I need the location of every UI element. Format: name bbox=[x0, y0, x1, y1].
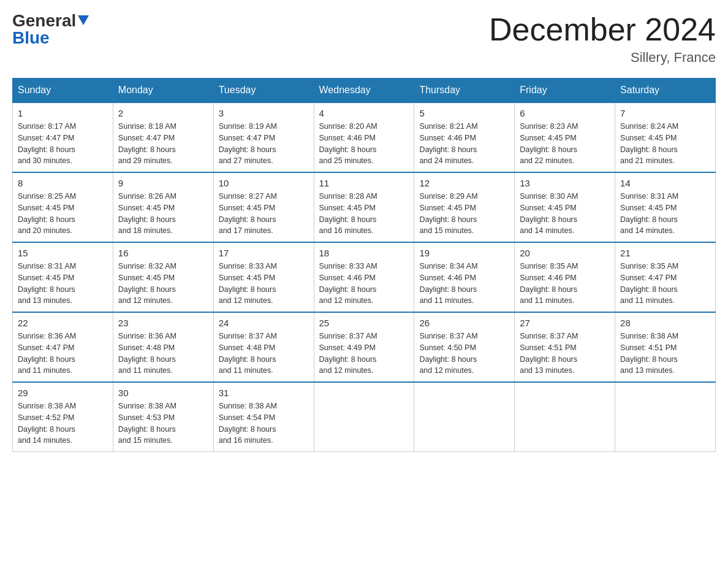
day-info: Sunrise: 8:29 AM Sunset: 4:45 PM Dayligh… bbox=[419, 191, 509, 237]
calendar-cell: 17 Sunrise: 8:33 AM Sunset: 4:45 PM Dayl… bbox=[213, 242, 314, 312]
calendar-cell: 31 Sunrise: 8:38 AM Sunset: 4:54 PM Dayl… bbox=[213, 382, 314, 452]
title-block: December 2024 Sillery, France bbox=[489, 12, 716, 66]
day-number: 19 bbox=[419, 248, 509, 258]
calendar-header-row: SundayMondayTuesdayWednesdayThursdayFrid… bbox=[13, 79, 716, 103]
day-number: 25 bbox=[319, 318, 409, 328]
day-number: 12 bbox=[419, 178, 509, 188]
day-info: Sunrise: 8:35 AM Sunset: 4:46 PM Dayligh… bbox=[520, 261, 610, 307]
day-info: Sunrise: 8:19 AM Sunset: 4:47 PM Dayligh… bbox=[219, 121, 309, 167]
day-number: 2 bbox=[118, 108, 208, 118]
calendar-cell: 25 Sunrise: 8:37 AM Sunset: 4:49 PM Dayl… bbox=[314, 312, 414, 382]
calendar-week-row: 29 Sunrise: 8:38 AM Sunset: 4:52 PM Dayl… bbox=[13, 382, 716, 452]
calendar-cell: 16 Sunrise: 8:32 AM Sunset: 4:45 PM Dayl… bbox=[113, 242, 213, 312]
day-info: Sunrise: 8:33 AM Sunset: 4:46 PM Dayligh… bbox=[319, 261, 409, 307]
calendar-header-saturday: Saturday bbox=[615, 79, 716, 103]
calendar-week-row: 8 Sunrise: 8:25 AM Sunset: 4:45 PM Dayli… bbox=[13, 172, 716, 242]
day-number: 22 bbox=[18, 318, 108, 328]
calendar-cell: 12 Sunrise: 8:29 AM Sunset: 4:45 PM Dayl… bbox=[414, 172, 515, 242]
day-info: Sunrise: 8:37 AM Sunset: 4:48 PM Dayligh… bbox=[219, 331, 309, 377]
calendar-cell: 21 Sunrise: 8:35 AM Sunset: 4:47 PM Dayl… bbox=[615, 242, 716, 312]
day-info: Sunrise: 8:31 AM Sunset: 4:45 PM Dayligh… bbox=[18, 261, 108, 307]
month-title: December 2024 bbox=[489, 12, 716, 47]
calendar-cell: 13 Sunrise: 8:30 AM Sunset: 4:45 PM Dayl… bbox=[515, 172, 615, 242]
logo-blue-text: Blue bbox=[12, 28, 50, 47]
calendar-cell: 6 Sunrise: 8:23 AM Sunset: 4:45 PM Dayli… bbox=[515, 102, 615, 172]
calendar-cell: 10 Sunrise: 8:27 AM Sunset: 4:45 PM Dayl… bbox=[213, 172, 314, 242]
day-info: Sunrise: 8:38 AM Sunset: 4:51 PM Dayligh… bbox=[620, 331, 710, 377]
day-number: 7 bbox=[620, 108, 710, 118]
day-number: 24 bbox=[219, 318, 309, 328]
calendar-week-row: 22 Sunrise: 8:36 AM Sunset: 4:47 PM Dayl… bbox=[13, 312, 716, 382]
day-info: Sunrise: 8:31 AM Sunset: 4:45 PM Dayligh… bbox=[620, 191, 710, 237]
day-info: Sunrise: 8:25 AM Sunset: 4:45 PM Dayligh… bbox=[18, 191, 108, 237]
calendar-header-thursday: Thursday bbox=[414, 79, 515, 103]
calendar-header-wednesday: Wednesday bbox=[314, 79, 414, 103]
calendar-header-monday: Monday bbox=[113, 79, 213, 103]
calendar-cell bbox=[615, 382, 716, 452]
calendar-cell: 24 Sunrise: 8:37 AM Sunset: 4:48 PM Dayl… bbox=[213, 312, 314, 382]
calendar-cell: 4 Sunrise: 8:20 AM Sunset: 4:46 PM Dayli… bbox=[314, 102, 414, 172]
calendar-cell: 30 Sunrise: 8:38 AM Sunset: 4:53 PM Dayl… bbox=[113, 382, 213, 452]
day-info: Sunrise: 8:32 AM Sunset: 4:45 PM Dayligh… bbox=[118, 261, 208, 307]
calendar-cell: 19 Sunrise: 8:34 AM Sunset: 4:46 PM Dayl… bbox=[414, 242, 515, 312]
day-info: Sunrise: 8:37 AM Sunset: 4:50 PM Dayligh… bbox=[419, 331, 509, 377]
day-info: Sunrise: 8:20 AM Sunset: 4:46 PM Dayligh… bbox=[319, 121, 409, 167]
day-info: Sunrise: 8:36 AM Sunset: 4:48 PM Dayligh… bbox=[118, 331, 208, 377]
calendar-cell: 22 Sunrise: 8:36 AM Sunset: 4:47 PM Dayl… bbox=[13, 312, 113, 382]
day-number: 17 bbox=[219, 248, 309, 258]
day-number: 13 bbox=[520, 178, 610, 188]
day-number: 4 bbox=[319, 108, 409, 118]
day-number: 31 bbox=[219, 388, 309, 398]
calendar-cell: 2 Sunrise: 8:18 AM Sunset: 4:47 PM Dayli… bbox=[113, 102, 213, 172]
calendar-cell: 1 Sunrise: 8:17 AM Sunset: 4:47 PM Dayli… bbox=[13, 102, 113, 172]
calendar-header-sunday: Sunday bbox=[13, 79, 113, 103]
svg-marker-0 bbox=[78, 15, 89, 25]
day-number: 29 bbox=[18, 388, 108, 398]
day-number: 23 bbox=[118, 318, 208, 328]
calendar-cell bbox=[414, 382, 515, 452]
calendar-cell: 26 Sunrise: 8:37 AM Sunset: 4:50 PM Dayl… bbox=[414, 312, 515, 382]
location: Sillery, France bbox=[489, 50, 716, 66]
calendar-cell bbox=[515, 382, 615, 452]
day-number: 1 bbox=[18, 108, 108, 118]
day-number: 11 bbox=[319, 178, 409, 188]
day-number: 9 bbox=[118, 178, 208, 188]
day-info: Sunrise: 8:35 AM Sunset: 4:47 PM Dayligh… bbox=[620, 261, 710, 307]
day-number: 20 bbox=[520, 248, 610, 258]
calendar-header-tuesday: Tuesday bbox=[213, 79, 314, 103]
day-number: 28 bbox=[620, 318, 710, 328]
calendar-cell: 5 Sunrise: 8:21 AM Sunset: 4:46 PM Dayli… bbox=[414, 102, 515, 172]
day-info: Sunrise: 8:17 AM Sunset: 4:47 PM Dayligh… bbox=[18, 121, 108, 167]
calendar-cell: 29 Sunrise: 8:38 AM Sunset: 4:52 PM Dayl… bbox=[13, 382, 113, 452]
day-info: Sunrise: 8:38 AM Sunset: 4:53 PM Dayligh… bbox=[118, 400, 208, 446]
calendar-cell: 27 Sunrise: 8:37 AM Sunset: 4:51 PM Dayl… bbox=[515, 312, 615, 382]
day-info: Sunrise: 8:34 AM Sunset: 4:46 PM Dayligh… bbox=[419, 261, 509, 307]
day-number: 5 bbox=[419, 108, 509, 118]
day-info: Sunrise: 8:18 AM Sunset: 4:47 PM Dayligh… bbox=[118, 121, 208, 167]
calendar-cell: 20 Sunrise: 8:35 AM Sunset: 4:46 PM Dayl… bbox=[515, 242, 615, 312]
calendar-cell: 11 Sunrise: 8:28 AM Sunset: 4:45 PM Dayl… bbox=[314, 172, 414, 242]
calendar-cell: 3 Sunrise: 8:19 AM Sunset: 4:47 PM Dayli… bbox=[213, 102, 314, 172]
day-info: Sunrise: 8:33 AM Sunset: 4:45 PM Dayligh… bbox=[219, 261, 309, 307]
day-number: 18 bbox=[319, 248, 409, 258]
calendar-week-row: 1 Sunrise: 8:17 AM Sunset: 4:47 PM Dayli… bbox=[13, 102, 716, 172]
calendar-cell: 14 Sunrise: 8:31 AM Sunset: 4:45 PM Dayl… bbox=[615, 172, 716, 242]
day-number: 15 bbox=[18, 248, 108, 258]
page-header: General Blue December 2024 Sillery, Fran… bbox=[12, 12, 716, 66]
calendar-header-friday: Friday bbox=[515, 79, 615, 103]
calendar-cell: 28 Sunrise: 8:38 AM Sunset: 4:51 PM Dayl… bbox=[615, 312, 716, 382]
day-info: Sunrise: 8:37 AM Sunset: 4:49 PM Dayligh… bbox=[319, 331, 409, 377]
day-number: 3 bbox=[219, 108, 309, 118]
calendar-cell: 7 Sunrise: 8:24 AM Sunset: 4:45 PM Dayli… bbox=[615, 102, 716, 172]
day-number: 27 bbox=[520, 318, 610, 328]
day-info: Sunrise: 8:30 AM Sunset: 4:45 PM Dayligh… bbox=[520, 191, 610, 237]
day-info: Sunrise: 8:37 AM Sunset: 4:51 PM Dayligh… bbox=[520, 331, 610, 377]
calendar-week-row: 15 Sunrise: 8:31 AM Sunset: 4:45 PM Dayl… bbox=[13, 242, 716, 312]
day-info: Sunrise: 8:21 AM Sunset: 4:46 PM Dayligh… bbox=[419, 121, 509, 167]
day-info: Sunrise: 8:38 AM Sunset: 4:54 PM Dayligh… bbox=[219, 400, 309, 446]
day-number: 21 bbox=[620, 248, 710, 258]
calendar-cell bbox=[314, 382, 414, 452]
day-number: 6 bbox=[520, 108, 610, 118]
calendar-cell: 15 Sunrise: 8:31 AM Sunset: 4:45 PM Dayl… bbox=[13, 242, 113, 312]
calendar-cell: 8 Sunrise: 8:25 AM Sunset: 4:45 PM Dayli… bbox=[13, 172, 113, 242]
